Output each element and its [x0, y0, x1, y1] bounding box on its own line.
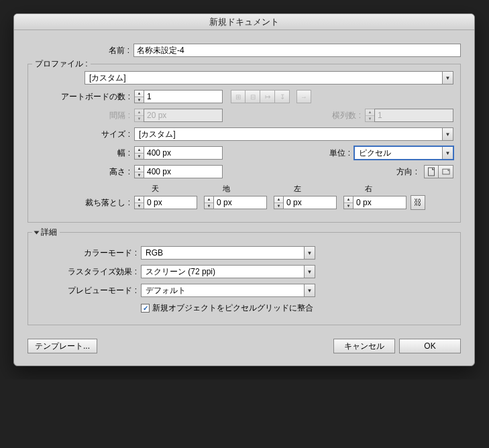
advanced-legend: 詳細: [41, 227, 57, 238]
orientation-label: 方向 :: [381, 166, 421, 178]
ok-button[interactable]: OK: [399, 339, 461, 353]
preview-select[interactable]: デフォルト ▼: [141, 284, 315, 297]
disclosure-triangle-icon[interactable]: [34, 231, 40, 234]
cancel-button[interactable]: キャンセル: [333, 339, 395, 353]
bleed-left-input[interactable]: [283, 196, 337, 209]
artboard-count-input[interactable]: [144, 90, 223, 103]
align-pixel-grid-checkbox[interactable]: ✓ 新規オブジェクトをピクセルグリッドに整合: [141, 302, 313, 314]
width-label: 幅 :: [35, 148, 134, 159]
height-input[interactable]: [144, 165, 223, 178]
raster-select[interactable]: スクリーン (72 ppi) ▼: [141, 265, 315, 278]
size-label: サイズ :: [35, 129, 134, 140]
chevron-down-icon: ▼: [442, 128, 453, 140]
size-select[interactable]: [カスタム] ▼: [134, 127, 453, 141]
columns-label: 横列数 :: [318, 110, 365, 121]
bleed-left-header: 左: [283, 184, 354, 194]
bleed-link-button[interactable]: ⛓: [411, 195, 425, 210]
bleed-bottom-header: 地: [212, 184, 283, 194]
width-stepper[interactable]: ▲▼: [134, 146, 223, 160]
artboard-count-label: アートボードの数 :: [35, 91, 134, 103]
raster-label: ラスタライズ効果 :: [35, 266, 141, 278]
bleed-bottom-input[interactable]: [213, 196, 267, 209]
columns-input: [374, 109, 453, 122]
profile-select[interactable]: [カスタム] ▼: [85, 71, 453, 85]
bleed-label: 裁ち落とし :: [35, 197, 134, 209]
orientation-portrait-button[interactable]: [424, 165, 439, 178]
orientation-landscape-button[interactable]: [439, 165, 453, 178]
titlebar: 新規ドキュメント: [14, 14, 474, 30]
bleed-bottom-stepper[interactable]: ▲▼: [204, 196, 267, 209]
chevron-down-icon: ▼: [442, 147, 453, 159]
height-label: 高さ :: [35, 166, 134, 178]
link-icon: ⛓: [414, 198, 422, 207]
align-pixel-grid-label: 新規オブジェクトをピクセルグリッドに整合: [152, 302, 313, 314]
bleed-right-header: 右: [354, 184, 425, 194]
name-label: 名前 :: [28, 45, 133, 56]
arrange-ltr-icon: →: [296, 90, 311, 103]
colormode-select[interactable]: RGB ▼: [141, 246, 315, 260]
bleed-top-stepper[interactable]: ▲▼: [134, 196, 197, 209]
advanced-group: 詳細 カラーモード : RGB ▼ ラスタライズ効果 : スクリーン (72 p…: [28, 232, 461, 325]
units-label: 単位 :: [314, 148, 354, 159]
spacing-label: 間隔 :: [35, 110, 134, 121]
arrange-right-icon: ↦: [260, 90, 275, 103]
chevron-down-icon: ▼: [304, 284, 315, 296]
svg-rect-0: [429, 168, 435, 176]
columns-stepper: ▲▼: [365, 109, 453, 122]
profile-label: プロファイル :: [32, 58, 91, 70]
spacing-stepper: ▲▼: [134, 109, 223, 122]
main-group: プロファイル : [カスタム] ▼ アートボードの数 : ▲▼ ⊞ ⊟ ↦: [28, 64, 461, 223]
check-icon: ✓: [141, 304, 150, 313]
bleed-top-header: 天: [141, 184, 212, 194]
name-input[interactable]: [133, 44, 461, 57]
new-document-dialog: 新規ドキュメント 名前 : プロファイル : [カスタム] ▼ アートボードの数…: [13, 13, 475, 366]
colormode-label: カラーモード :: [35, 247, 141, 259]
bleed-top-input[interactable]: [144, 196, 197, 209]
grid-by-row-icon: ⊞: [231, 90, 246, 103]
bleed-right-input[interactable]: [353, 196, 406, 209]
chevron-down-icon: ▼: [304, 247, 315, 259]
units-select[interactable]: ピクセル ▼: [354, 146, 454, 160]
chevron-down-icon: ▼: [442, 72, 453, 84]
chevron-down-icon: ▼: [304, 266, 315, 278]
bleed-left-stepper[interactable]: ▲▼: [274, 196, 337, 209]
spacing-input: [144, 109, 223, 122]
bleed-right-stepper[interactable]: ▲▼: [343, 196, 406, 209]
template-button[interactable]: テンプレート...: [28, 339, 97, 353]
arrange-down-icon: ↧: [275, 90, 290, 103]
height-stepper[interactable]: ▲▼: [134, 165, 223, 178]
grid-by-col-icon: ⊟: [246, 90, 260, 103]
preview-label: プレビューモード :: [35, 285, 141, 296]
artboard-count-stepper[interactable]: ▲▼: [134, 90, 223, 103]
width-input[interactable]: [144, 146, 223, 160]
